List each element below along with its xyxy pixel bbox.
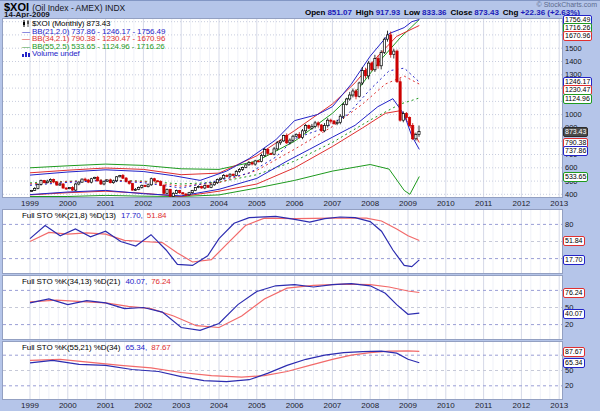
year-label: 2006 [286,401,304,410]
main-price-chart: $XOI (Monthly) 873.43—BB(21,2.0) 737.86 … [3,19,562,197]
year-label: 2003 [172,199,190,208]
year-label: 2003 [172,401,190,410]
indicator-value-badge: 87.67 [563,347,585,357]
y-axis-tick-label: 80 [565,220,573,229]
sto3-d-value: 87.67 [151,343,171,352]
stochastic-panel-1: Full STO %K(21,8) %D(13) 17.70, 51.84 [3,210,562,273]
ohlc-quote-bar: Open851.07High917.93Low833.36Close873.43… [305,8,584,17]
indicator-value-badge: 65.34 [563,358,585,368]
year-label: 2000 [59,401,77,410]
y-axis-tick-label: 400 [565,190,578,199]
year-label: 1999 [21,199,39,208]
right-axis-labels: 4005006007009001000120013001400150016001… [563,1,600,411]
stochastic-panel-2: Full STO %K(34,13) %D(21) 40.07, 76.24 [3,276,562,339]
year-label: 2004 [210,199,228,208]
indicator-value-badge: 1670.96 [563,31,592,41]
quote-chg-label: Chg [503,8,519,17]
quote-open-label: Open [305,8,325,17]
sto1-k-value: 17.70, [121,211,143,220]
sto2-legend: Full STO %K(34,13) %D(21) 40.07, 76.24 [22,277,171,286]
indicator-value-badge: 76.24 [563,288,585,298]
year-label: 2005 [248,401,266,410]
quote-high-value: 917.93 [376,8,400,17]
y-axis-tick-label: 1500 [565,44,582,53]
sto3-label: Full STO %K(55,21) %D(34) [22,343,120,352]
year-label: 2010 [437,199,455,208]
y-axis-tick-label: 1400 [565,57,582,66]
line-icon: — [22,43,32,51]
year-label: 2005 [248,199,266,208]
indicator-value-badge: 51.84 [563,236,585,246]
legend-item-volume: Volume undef [22,50,165,58]
year-label: 2001 [97,401,115,410]
quote-close-label: Close [451,8,473,17]
year-label: 2008 [361,401,379,410]
quote-open-value: 851.07 [327,8,351,17]
indicator-value-badge: 533.65 [563,172,588,182]
sto3-k-value: 65.34, [125,343,147,352]
legend-text: Volume undef [32,49,80,58]
sto1-legend: Full STO %K(21,8) %D(13) 17.70, 51.84 [22,211,166,220]
y-axis-tick-label: 1000 [565,110,582,119]
year-label: 2009 [399,401,417,410]
indicator-value-badge: 17.70 [563,255,585,265]
indicator-value-badge: 1124.96 [563,94,592,104]
year-label: 2002 [134,401,152,410]
year-label: 2001 [97,199,115,208]
quote-low-label: Low [404,8,420,17]
quote-close-value: 873.43 [474,8,498,17]
sto2-label: Full STO %K(34,13) %D(21) [22,277,120,286]
year-label: 2007 [323,199,341,208]
sto2-k-value: 40.07, [125,277,147,286]
year-label: 2009 [399,199,417,208]
date-axis-main: 1999200020012002200320042005200620072008… [3,197,562,210]
stochastic-panel-3: Full STO %K(55,21) %D(34) 65.34, 87.67 [3,342,562,399]
sto1-d-value: 51.84 [147,211,167,220]
year-label: 2004 [210,401,228,410]
year-label: 2007 [323,401,341,410]
indicator-value-badge: 40.07 [563,309,585,319]
quote-high-label: High [356,8,374,17]
indicator-value-badge: 737.86 [563,146,588,156]
quote-low-value: 833.36 [422,8,446,17]
last-price-badge: 873.43 [563,127,588,137]
main-chart-legend: $XOI (Monthly) 873.43—BB(21,2.0) 737.86 … [22,20,165,58]
chart-date: 14-Apr-2009 [4,10,50,19]
sto3-legend: Full STO %K(55,21) %D(34) 65.34, 87.67 [22,343,171,352]
year-label: 2010 [437,401,455,410]
y-axis-tick-label: 20 [565,320,573,329]
y-axis-tick-label: 600 [565,163,578,172]
year-label: 2012 [512,199,530,208]
year-label: 2012 [512,401,530,410]
date-axis-bottom: 1999200020012002200320042005200620072008… [3,399,562,411]
year-label: 2011 [475,199,492,208]
year-label: 2008 [361,199,379,208]
volume-icon [22,50,32,58]
y-axis-tick-label: 20 [565,381,573,390]
sto2-d-value: 76.24 [151,277,171,286]
sto1-label: Full STO %K(21,8) %D(13) [22,211,116,220]
year-label: 2006 [286,199,304,208]
year-label: 1999 [21,401,39,410]
year-label: 2000 [59,199,77,208]
stockcharts-chart-page: $XOI (Oil Index - AMEX) INDX 14-Apr-2009… [0,0,600,411]
year-label: 2002 [134,199,152,208]
year-label: 2011 [475,401,492,410]
